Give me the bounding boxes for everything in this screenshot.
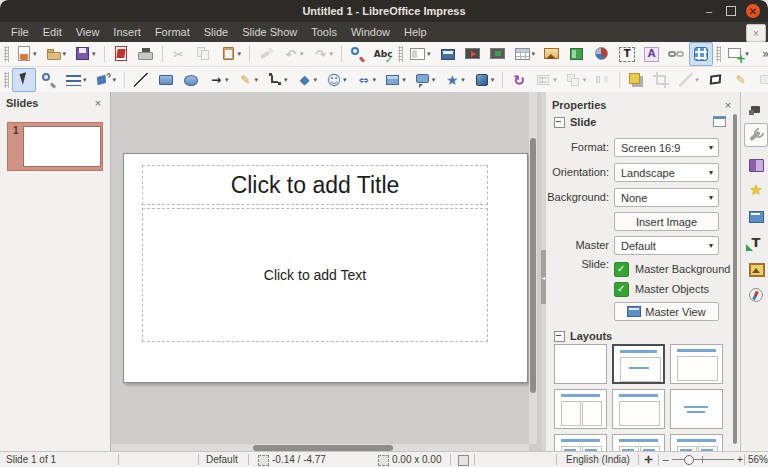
new-presentation-button[interactable] <box>12 42 41 66</box>
dropdown-arrow-icon[interactable] <box>491 76 495 84</box>
master-slide-button[interactable] <box>436 42 460 66</box>
slide-count-status[interactable]: Slide 1 of 1 <box>6 452 56 467</box>
layout-title-two-content[interactable] <box>554 389 607 429</box>
document-modified-icon[interactable] <box>458 455 469 466</box>
close-window-button[interactable]: ✕ <box>746 4 760 18</box>
dropdown-arrow-icon[interactable] <box>300 50 304 58</box>
dropdown-arrow-icon[interactable] <box>427 50 431 58</box>
format-dropdown[interactable]: Screen 16:9 <box>614 138 719 157</box>
insert-textbox-button[interactable]: T <box>615 42 639 66</box>
dropdown-arrow-icon[interactable] <box>238 50 242 58</box>
line-style-button[interactable] <box>62 68 91 92</box>
slide-transition-tab-button[interactable] <box>744 152 768 176</box>
menu-edit[interactable]: Edit <box>36 22 69 42</box>
dropdown-arrow-icon[interactable] <box>461 76 465 84</box>
dropdown-arrow-icon[interactable] <box>33 50 37 58</box>
insert-fontwork-button[interactable]: A <box>640 42 663 66</box>
display-views-button[interactable] <box>406 42 435 66</box>
slide-section-header[interactable]: Slide <box>554 116 596 128</box>
export-pdf-button[interactable] <box>109 42 133 66</box>
shadow-button[interactable] <box>624 68 648 92</box>
properties-close-icon[interactable]: × <box>722 99 734 111</box>
master-slide-dropdown[interactable]: Default <box>614 236 719 255</box>
minimize-button[interactable]: – <box>702 4 716 18</box>
dropdown-arrow-icon[interactable] <box>83 76 87 84</box>
master-slide-status[interactable]: Default <box>206 452 238 467</box>
dropdown-arrow-icon[interactable] <box>63 50 67 58</box>
toolbar-grip[interactable] <box>4 46 9 62</box>
menu-window[interactable]: Window <box>344 22 397 42</box>
print-button[interactable] <box>134 42 158 66</box>
zoom-in-button[interactable]: + <box>737 452 743 467</box>
insert-image-button[interactable]: Insert Image <box>614 212 719 231</box>
toolbar-grip[interactable] <box>398 46 403 62</box>
master-objects-row[interactable]: Master Objects <box>614 282 709 296</box>
more-options-icon[interactable] <box>713 116 726 127</box>
zoom-pan-button[interactable] <box>37 68 61 92</box>
start-current-slide-button[interactable] <box>486 42 510 66</box>
gluepoints-button[interactable]: ✎ <box>729 68 753 92</box>
points-button[interactable] <box>704 68 728 92</box>
menu-file[interactable]: File <box>4 22 36 42</box>
fit-slide-icon[interactable]: ✛ <box>644 452 652 467</box>
zoom-out-button[interactable]: – <box>663 452 669 467</box>
properties-tab-button[interactable] <box>744 123 768 147</box>
checkbox-checked-icon[interactable] <box>614 282 629 297</box>
dropdown-arrow-icon[interactable] <box>695 76 699 84</box>
stars-banners-button[interactable]: ★ <box>440 68 469 92</box>
sidebar-settings-button[interactable] <box>744 98 768 122</box>
close-document-button[interactable]: × <box>746 24 766 42</box>
menu-tools[interactable]: Tools <box>304 22 344 42</box>
slide-canvas[interactable]: Click to add Title Click to add Text <box>123 153 528 383</box>
toolbar-grip[interactable] <box>716 46 721 62</box>
master-slides-tab-button[interactable] <box>744 204 768 228</box>
background-dropdown[interactable]: None <box>614 188 719 207</box>
rotate-button[interactable]: ↻ <box>507 68 531 92</box>
zoom-slider[interactable] <box>672 459 734 460</box>
dropdown-arrow-icon[interactable] <box>432 76 436 84</box>
slide-thumbnail[interactable]: 1 <box>7 122 103 171</box>
navigator-tab-button[interactable] <box>744 283 768 307</box>
zoom-percent-status[interactable]: 56% <box>748 452 768 467</box>
dropdown-arrow-icon[interactable] <box>113 76 117 84</box>
dropdown-arrow-icon[interactable] <box>284 76 288 84</box>
layout-blank[interactable] <box>554 344 607 384</box>
properties-scrollbar-thumb[interactable] <box>733 114 737 444</box>
display-grid-button[interactable] <box>689 42 713 66</box>
rectangle-button[interactable] <box>154 68 178 92</box>
basic-shapes-button[interactable]: ◆ <box>293 68 322 92</box>
paste-button[interactable] <box>217 42 246 66</box>
block-arrows-button[interactable]: ⇔ <box>352 68 381 92</box>
insert-hyperlink-button[interactable] <box>664 42 688 66</box>
menu-slide[interactable]: Slide <box>197 22 235 42</box>
open-button[interactable] <box>42 42 71 66</box>
dropdown-arrow-icon[interactable] <box>92 50 96 58</box>
select-button[interactable] <box>12 68 36 92</box>
flowchart-button[interactable] <box>381 68 410 92</box>
spelling-button[interactable]: Abc <box>371 42 395 66</box>
checkbox-checked-icon[interactable] <box>614 262 629 277</box>
menu-view[interactable]: View <box>69 22 107 42</box>
layout-centered-text[interactable] <box>670 389 723 429</box>
new-slide-button[interactable] <box>724 42 753 66</box>
object-size-status[interactable]: 0.00 x 0.00 <box>392 452 441 467</box>
dropdown-arrow-icon[interactable] <box>255 76 259 84</box>
curves-polygons-button[interactable]: ✎ <box>234 68 263 92</box>
cursor-position-status[interactable]: -0.14 / -4.77 <box>272 452 326 467</box>
zoom-slider-thumb[interactable] <box>684 455 694 465</box>
dropdown-arrow-icon[interactable] <box>314 76 318 84</box>
animation-tab-button[interactable]: ★ <box>744 178 768 202</box>
vertical-scrollbar-thumb[interactable] <box>530 138 536 393</box>
master-view-button[interactable]: Master View <box>614 302 719 321</box>
lines-arrows-button[interactable]: → <box>204 68 233 92</box>
dropdown-arrow-icon[interactable] <box>225 76 229 84</box>
find-replace-button[interactable] <box>346 42 370 66</box>
collapse-icon[interactable] <box>554 331 565 342</box>
callout-shapes-button[interactable] <box>411 68 440 92</box>
save-button[interactable] <box>71 42 100 66</box>
orientation-dropdown[interactable]: Landscape <box>614 163 719 182</box>
dropdown-arrow-icon[interactable] <box>402 76 406 84</box>
insert-chart-button[interactable] <box>590 42 614 66</box>
insert-media-button[interactable] <box>565 42 589 66</box>
menu-format[interactable]: Format <box>148 22 197 42</box>
